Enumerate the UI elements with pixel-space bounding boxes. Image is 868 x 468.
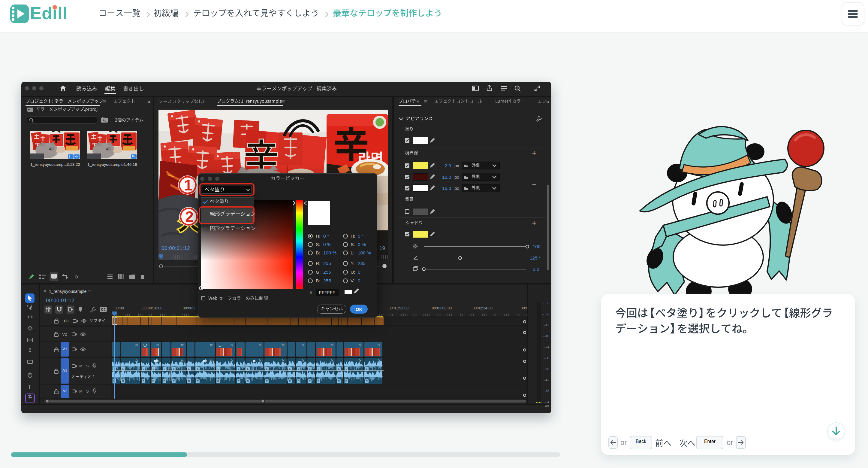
svg-text:fx: fx [282,359,284,362]
svg-text:fx: fx [181,359,184,362]
svg-text:fx: fx [135,359,138,362]
svg-text:fx: fx [259,359,261,362]
svg-text:fx: fx [359,359,361,362]
svg-text:fx: fx [331,359,334,362]
svg-text:fx: fx [302,359,304,362]
svg-text:fx: fx [378,359,380,362]
svg-text:fx: fx [210,359,213,362]
svg-text:fx: fx [230,359,233,362]
